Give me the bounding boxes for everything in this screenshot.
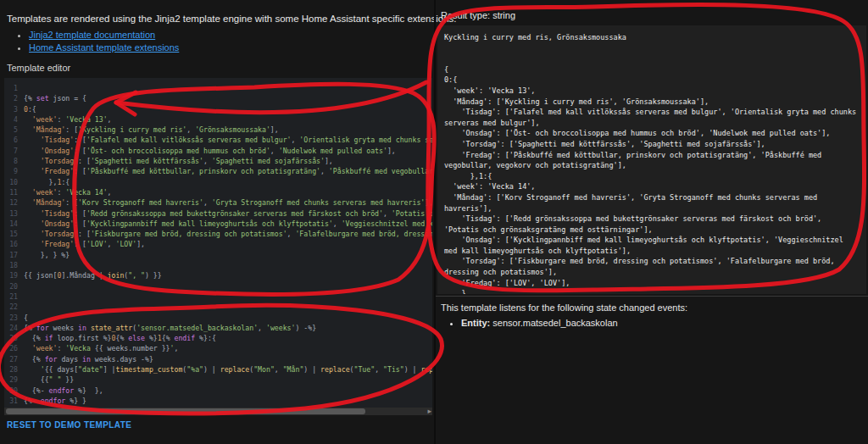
line-number: 23 — [4, 313, 18, 323]
line-number: 3 — [4, 104, 18, 114]
line-number: 26 — [4, 343, 18, 353]
code-line: 30:{ — [4, 104, 432, 114]
scrollbar-arrow-icon[interactable]: ▸ — [427, 406, 431, 416]
ha-extensions-link[interactable]: Home Assistant template extensions — [29, 42, 179, 53]
code-line: 10 },1:{ — [4, 177, 432, 187]
code-line: 17 }, } %} — [4, 250, 432, 260]
code-line: 29 {{" " }} — [4, 375, 432, 385]
code-line: 30 {%- endfor %} }, — [4, 386, 432, 396]
code-line: 14 'Onsdag': ['Kycklingpannbiff med kall… — [4, 219, 432, 229]
code-line: 4 'week': 'Vecka 13', — [4, 114, 432, 125]
code-line: 15 'Torsdag': ['Fiskburgare med bröd, dr… — [4, 229, 432, 239]
line-number: 7 — [4, 146, 18, 156]
column-divider — [434, 0, 436, 444]
line-number: 20 — [4, 281, 18, 291]
line-number: 5 — [4, 125, 18, 135]
code-line: 13 'Tisdag': ['Redd grönsakssoppa med bu… — [4, 208, 432, 219]
line-number: 17 — [4, 250, 18, 260]
code-line: 21 — [4, 291, 432, 302]
line-number: 11 — [4, 187, 18, 197]
line-number: 6 — [4, 135, 18, 145]
line-number: 18 — [4, 260, 18, 270]
code-line: 20 — [4, 281, 432, 291]
code-line: 27 {% for days in weeks.days -%} — [4, 354, 432, 364]
line-number: 13 — [4, 208, 18, 219]
template-editor[interactable]: 12{% set json = {30:{4 'week': 'Vecka 13… — [4, 78, 432, 408]
line-number: 15 — [4, 229, 18, 239]
line-number: 21 — [4, 291, 18, 302]
code-line: 28 '{{ days["date"] |timestamp_custom("%… — [4, 364, 432, 375]
line-number: 9 — [4, 166, 18, 176]
code-line: 8 'Torsdag': ['Spaghetti med köttfärssås… — [4, 156, 432, 166]
line-number: 25 — [4, 333, 18, 343]
scrollbar-thumb[interactable] — [6, 408, 365, 414]
code-line: 23{ — [4, 313, 432, 323]
listens-events-text: This template listens for the following … — [441, 302, 687, 313]
line-number: 31 — [4, 396, 18, 406]
line-number: 27 — [4, 354, 18, 364]
code-line: 6 'Tisdag': ['Falafel med kall vitlöksså… — [4, 135, 432, 145]
code-line: 16 'Fredag': ['LOV', 'LOV'], — [4, 239, 432, 249]
rendered-template-output: Kyckling i curry med ris, Grönsaksmoussa… — [437, 25, 866, 294]
code-line: 22 — [4, 302, 432, 312]
line-number: 10 — [4, 177, 18, 187]
line-number: 2 — [4, 93, 18, 103]
list-item: Jinja2 template documentation — [29, 30, 179, 40]
line-number: 14 — [4, 219, 18, 229]
jinja2-docs-link[interactable]: Jinja2 template documentation — [29, 30, 155, 40]
listened-entities-list: Entity: sensor.matsedel_backaskolan — [442, 315, 618, 330]
line-number: 12 — [4, 197, 18, 208]
entity-label: Entity: — [461, 318, 490, 328]
documentation-links: Jinja2 template documentation Home Assis… — [8, 27, 179, 55]
entity-list-item: Entity: sensor.matsedel_backaskolan — [461, 318, 618, 328]
render-result-panel: Kyckling i curry med ris, Grönsaksmoussa… — [437, 25, 866, 294]
line-number: 8 — [4, 156, 18, 166]
code-line: 2{% set json = { — [4, 93, 432, 103]
template-intro-text: Templates are rendered using the Jinja2 … — [7, 14, 457, 24]
code-line: 19{{ json[0].Måndag | join(", ") }} — [4, 270, 432, 280]
result-type-label: Result type: string — [441, 10, 515, 20]
code-line: 12 'Måndag': ['Korv Stroganoff med havre… — [4, 197, 432, 208]
code-line: 7 'Onsdag': ['Öst- och broccolisoppa med… — [4, 146, 432, 156]
template-editor-label: Template editor — [7, 63, 70, 73]
code-line: 26 'week': 'Vecka {{ weeks.number }}', — [4, 343, 432, 353]
line-number: 30 — [4, 386, 18, 396]
code-line: 11 'week': 'Vecka 14', — [4, 187, 432, 197]
line-number: 22 — [4, 302, 18, 312]
line-number: 1 — [4, 83, 18, 93]
editor-horizontal-scrollbar[interactable]: ▸ — [4, 408, 432, 415]
code-line: 1 — [4, 83, 432, 93]
code-line: 18 — [4, 260, 432, 270]
section-divider — [436, 296, 868, 297]
code-line: 25 {% if loop.first %}0{% else %}1{% end… — [4, 333, 432, 343]
list-item: Home Assistant template extensions — [29, 42, 179, 53]
reset-to-demo-template-button[interactable]: RESET TO DEMO TEMPLATE — [7, 420, 131, 430]
line-number: 16 — [4, 239, 18, 249]
line-number: 4 — [4, 114, 18, 125]
line-number: 19 — [4, 270, 18, 280]
code-line: 9 'Fredag': ['Påskbuffé med köttbullar, … — [4, 166, 432, 176]
code-line: 24{% for weeks in state_attr('sensor.mat… — [4, 323, 432, 333]
line-number: 24 — [4, 323, 18, 333]
entity-value: sensor.matsedel_backaskolan — [490, 318, 617, 328]
line-number: 28 — [4, 364, 18, 375]
code-line: 5 'Måndag': ['Kyckling i curry med ris',… — [4, 125, 432, 135]
code-line: 31{%- endfor %} } — [4, 396, 432, 406]
line-number: 29 — [4, 375, 18, 385]
